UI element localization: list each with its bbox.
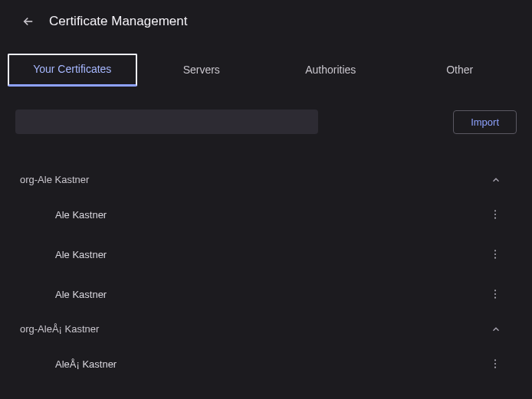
group-name: org-Ale Kastner [20, 174, 491, 185]
svg-point-6 [494, 289, 496, 291]
group-header[interactable]: org-Ale Kastner [0, 165, 532, 195]
svg-point-1 [494, 214, 496, 215]
tabs: Your Certificates Servers Authorities Ot… [0, 37, 532, 87]
svg-point-3 [494, 250, 496, 251]
certificate-item[interactable]: Ale Kastner [0, 195, 532, 234]
group-name: org-AleÅ¡ Kastner [20, 323, 491, 335]
certificate-name: AleÅ¡ Kastner [55, 358, 486, 370]
chevron-up-icon [491, 175, 501, 185]
svg-point-10 [494, 363, 496, 365]
certificate-item[interactable]: Ale Kastner [0, 274, 532, 314]
certificate-item[interactable]: AleÅ¡ Kastner [0, 344, 532, 384]
certificate-item[interactable]: Ale Kastner [0, 234, 532, 274]
search-input[interactable] [15, 110, 318, 134]
svg-point-4 [494, 253, 496, 255]
group-header[interactable]: org-AleÅ¡ Kastner [0, 314, 532, 344]
import-button[interactable]: Import [453, 110, 517, 134]
svg-point-11 [494, 367, 496, 368]
certificate-name: Ale Kastner [55, 249, 486, 260]
more-vertical-icon[interactable] [486, 245, 504, 263]
more-vertical-icon[interactable] [486, 285, 504, 303]
chevron-up-icon [491, 324, 501, 335]
svg-point-5 [494, 257, 496, 259]
svg-point-2 [494, 217, 496, 219]
more-vertical-icon[interactable] [486, 355, 504, 373]
certificate-name: Ale Kastner [55, 289, 486, 300]
certificate-name: Ale Kastner [55, 209, 486, 221]
svg-point-0 [494, 210, 496, 211]
back-arrow-icon[interactable] [21, 15, 35, 28]
page-title: Certificate Management [49, 14, 187, 29]
tab-your-certificates[interactable]: Your Certificates [8, 54, 137, 87]
tab-authorities[interactable]: Authorities [266, 54, 396, 87]
svg-point-9 [494, 359, 496, 361]
svg-point-7 [494, 293, 496, 295]
more-vertical-icon[interactable] [486, 205, 504, 224]
tab-servers[interactable]: Servers [137, 54, 267, 87]
certificate-list: org-Ale Kastner Ale Kastner Ale Kastner … [0, 142, 532, 384]
svg-point-8 [494, 297, 496, 299]
tab-other[interactable]: Other [396, 54, 525, 87]
